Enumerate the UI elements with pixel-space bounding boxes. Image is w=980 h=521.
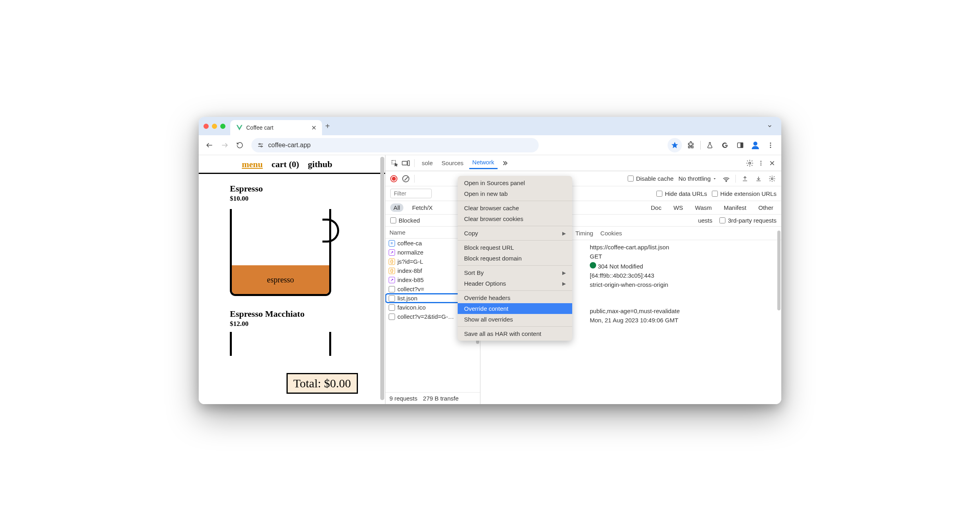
type-all[interactable]: All [390,203,403,212]
close-window-button[interactable] [204,124,209,129]
mug-label: espresso [232,265,329,294]
tab-sources[interactable]: Sources [439,158,467,168]
svg-rect-14 [402,161,407,165]
ctx-override-content[interactable]: Override content [458,303,572,314]
svg-point-17 [761,161,762,162]
svg-point-23 [771,178,773,180]
hide-extension-urls-checkbox[interactable]: Hide extension URLs [712,190,776,197]
type-manifest[interactable]: Manifest [721,203,750,212]
maximize-window-button[interactable] [220,124,225,129]
request-url: https://coffee-cart.app/list.json [590,244,669,251]
bookmark-button[interactable] [668,138,682,152]
type-ws[interactable]: WS [670,203,686,212]
record-button[interactable] [390,175,397,182]
ctx-sort-submenu[interactable]: Sort By▶ [458,267,572,278]
google-button[interactable] [719,139,731,151]
product-price: $12.00 [230,320,385,328]
chevron-right-icon: ▶ [562,270,566,276]
close-devtools-icon[interactable] [768,159,776,168]
requests-label-partial: uests [698,217,712,224]
extensions-button[interactable] [685,139,697,151]
product-name: Espresso Macchiato [230,309,385,319]
header-value: public,max-age=0,must-revalidate [590,308,680,314]
product-macchiato: Espresso Macchiato $12.00 [199,302,385,356]
filter-input[interactable] [390,189,432,198]
svg-point-22 [726,181,727,182]
reload-button[interactable] [234,139,246,151]
request-count: 9 requests [389,395,417,402]
device-toggle-icon[interactable] [401,159,410,168]
page-scrollbar[interactable] [380,157,384,400]
download-har-icon[interactable] [754,174,763,183]
blocked-checkbox[interactable]: Blocked [390,217,420,224]
type-fetch[interactable]: Fetch/X [409,203,436,212]
forward-button[interactable] [219,139,231,151]
nav-github-link[interactable]: github [308,159,332,170]
ctx-block-url[interactable]: Block request URL [458,242,572,253]
mug-icon[interactable]: espresso [230,209,338,302]
minimize-window-button[interactable] [212,124,217,129]
disable-cache-checkbox[interactable]: Disable cache [628,175,674,182]
ctx-open-new-tab[interactable]: Open in new tab [458,188,572,199]
ctx-override-headers[interactable]: Override headers [458,292,572,303]
tab-list-button[interactable] [765,121,775,131]
nav-cart-link[interactable]: cart (0) [272,159,299,170]
type-other[interactable]: Other [755,203,776,212]
detail-tab-cookies[interactable]: Cookies [601,230,622,237]
network-conditions-icon[interactable] [722,174,731,183]
browser-toolbar: coffee-cart.app [199,135,781,155]
ctx-clear-cookies[interactable]: Clear browser cookies [458,213,572,224]
inspect-element-icon[interactable] [390,159,399,168]
browser-tab[interactable]: Coffee cart ✕ [230,120,322,135]
upload-har-icon[interactable] [741,174,749,183]
tab-console[interactable]: sole [419,158,436,168]
ctx-save-har[interactable]: Save all as HAR with content [458,328,572,339]
url-text: coffee-cart.app [268,142,310,149]
new-tab-button[interactable]: + [325,122,330,131]
svg-point-18 [761,162,762,164]
settings-gear-icon[interactable] [745,159,754,168]
referrer-policy: strict-origin-when-cross-origin [590,281,668,288]
context-menu: Open in Sources panel Open in new tab Cl… [458,176,572,341]
ctx-header-options-submenu[interactable]: Header Options▶ [458,278,572,289]
svg-rect-15 [408,160,410,165]
ctx-block-domain[interactable]: Block request domain [458,253,572,264]
request-type-filter: All Fetch/X Doc WS Wasm Manifest Other [385,201,781,215]
ctx-open-sources[interactable]: Open in Sources panel [458,178,572,188]
hide-data-urls-checkbox[interactable]: Hide data URLs [656,190,707,197]
browser-menu-button[interactable] [765,139,776,151]
svg-rect-8 [741,143,743,148]
throttling-select[interactable]: No throttling [678,175,717,182]
svg-point-10 [770,142,771,144]
side-panel-button[interactable] [734,139,746,151]
cart-total-badge[interactable]: Total: $0.00 [286,373,358,394]
ctx-copy-submenu[interactable]: Copy▶ [458,228,572,239]
detail-scrollbar[interactable] [777,231,780,310]
svg-point-9 [753,142,757,146]
type-doc[interactable]: Doc [648,203,665,212]
close-tab-icon[interactable]: ✕ [311,124,316,132]
network-settings-gear-icon[interactable] [768,174,776,183]
labs-button[interactable] [704,139,716,151]
address-bar[interactable]: coffee-cart.app [251,138,539,152]
devtools-menu-icon[interactable] [757,159,765,168]
type-wasm[interactable]: Wasm [692,203,715,212]
more-tabs-icon[interactable] [500,159,509,168]
status-code: 304 Not Modified [590,262,643,270]
site-settings-icon[interactable] [257,142,264,149]
clear-button[interactable] [402,175,409,182]
web-page: menu cart (0) github Espresso $10.00 esp… [199,155,385,404]
back-button[interactable] [204,139,215,151]
network-status-bar: 9 requests 279 B transfe [385,392,480,404]
nav-menu-link[interactable]: menu [242,159,263,170]
header-value: Mon, 21 Aug 2023 10:49:06 GMT [590,317,678,324]
ctx-clear-cache[interactable]: Clear browser cache [458,203,572,213]
product-price: $10.00 [230,195,385,203]
tab-network[interactable]: Network [469,157,498,169]
ctx-show-overrides[interactable]: Show all overrides [458,314,572,325]
detail-tab-timing[interactable]: Timing [575,230,593,237]
tab-title: Coffee cart [246,124,308,131]
profile-button[interactable] [749,139,761,151]
svg-point-16 [749,162,751,164]
third-party-checkbox[interactable]: 3rd-party requests [719,217,776,224]
